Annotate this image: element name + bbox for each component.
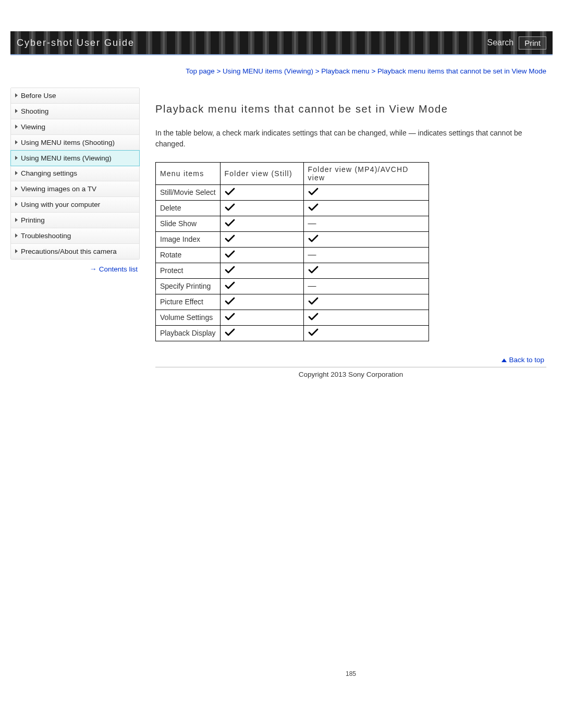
folder-view-still-cell [220,184,303,200]
sidebar-item-label: Shooting [21,107,48,115]
check-icon [308,328,319,337]
folder-view-still-cell [220,294,303,310]
folder-view-mp4-cell [303,294,429,310]
sidebar-item-label: Using MENU items (Viewing) [21,154,112,162]
menu-item-label: Specify Printing [156,278,221,294]
menu-item-label: Rotate [156,247,221,263]
menu-item-label: Picture Effect [156,294,221,310]
check-icon [225,266,235,274]
check-icon [225,328,235,337]
contents-list-link[interactable]: Contents list [99,265,138,273]
breadcrumb-item[interactable]: Playback menu [321,67,369,75]
table-row: Picture Effect [156,294,429,310]
sidebar-column: Before UseShootingViewingUsing MENU item… [10,82,140,677]
check-icon [308,313,319,321]
intro-text: In the table below, a check mark indicat… [155,128,546,150]
folder-view-still-cell [220,278,303,294]
back-to-top-link[interactable]: Back to top [155,341,546,366]
folder-view-mp4-cell [303,231,429,247]
dash-icon: — [308,219,316,228]
sidebar-item[interactable]: Changing settings [11,166,139,181]
menu-item-label: Still/Movie Select [156,184,221,200]
folder-view-mp4-cell [303,310,429,325]
check-icon [225,281,235,290]
sidebar-item[interactable]: Using MENU items (Viewing) [10,150,140,166]
check-icon [308,203,319,212]
folder-view-mp4-cell: — [303,278,429,294]
triangle-icon [15,249,18,253]
sidebar-item[interactable]: Precautions/About this camera [11,244,139,259]
check-icon [225,313,235,321]
page-number: 185 [155,670,546,677]
sidebar-item[interactable]: Before Use [11,88,139,104]
check-icon [308,297,319,305]
search-link[interactable]: Search [487,38,513,47]
breadcrumb-item[interactable]: Using MENU items (Viewing) [223,67,313,75]
check-icon [225,188,235,196]
sidebar-item[interactable]: Shooting [11,104,139,119]
folder-view-still-cell [220,216,303,231]
arrow-right-icon: → [90,265,97,273]
sidebar-item[interactable]: Viewing [11,119,139,135]
table-header: Folder view (MP4)/AVCHD view [303,162,429,184]
check-icon [225,297,235,305]
page-title: Playback menu items that cannot be set i… [155,103,546,115]
table-row: Delete [156,200,429,216]
check-icon [308,266,319,274]
menu-item-label: Delete [156,200,221,216]
sidebar-item[interactable]: Printing [11,213,139,228]
folder-view-mp4-cell [303,184,429,200]
sidebar: Before UseShootingViewingUsing MENU item… [10,88,140,260]
table-row: Protect [156,263,429,278]
sidebar-item-label: Before Use [21,92,56,100]
breadcrumb-item[interactable]: Playback menu items that cannot be set i… [377,67,546,75]
sidebar-item-label: Changing settings [21,169,77,177]
triangle-icon [15,171,18,175]
feature-table: Menu items Folder view (Still) Folder vi… [155,162,429,341]
sidebar-item[interactable]: Troubleshooting [11,228,139,244]
check-icon [225,219,235,227]
sidebar-item-label: Precautions/About this camera [21,248,117,255]
folder-view-mp4-cell [303,325,429,341]
sidebar-item-label: Troubleshooting [21,232,71,240]
sidebar-item-label: Viewing images on a TV [21,185,96,193]
folder-view-mp4-cell [303,263,429,278]
dash-icon: — [308,281,316,290]
table-row: Still/Movie Select [156,184,429,200]
folder-view-still-cell [220,310,303,325]
folder-view-mp4-cell: — [303,216,429,231]
triangle-icon [15,218,18,222]
triangle-icon [15,140,18,144]
up-triangle-icon [501,359,507,362]
folder-view-mp4-cell [303,200,429,216]
table-header-row: Menu items Folder view (Still) Folder vi… [156,162,429,184]
sidebar-item[interactable]: Using MENU items (Shooting) [11,135,139,151]
sidebar-item[interactable]: Using with your computer [11,197,139,213]
print-button[interactable]: Print [519,36,546,50]
table-header: Menu items [156,162,221,184]
folder-view-still-cell [220,263,303,278]
triangle-icon [15,233,18,238]
table-row: Slide Show— [156,216,429,231]
main-content: Playback menu items that cannot be set i… [140,82,553,677]
sidebar-item-label: Using MENU items (Shooting) [21,139,115,146]
triangle-icon [15,202,18,206]
triangle-icon [15,125,18,129]
breadcrumb-item[interactable]: Top page [186,67,215,75]
copyright: Copyright 2013 Sony Corporation [155,367,546,378]
menu-item-label: Slide Show [156,216,221,231]
triangle-icon [15,187,18,191]
table-row: Rotate— [156,247,429,263]
table-row: Image Index [156,231,429,247]
sidebar-item[interactable]: Viewing images on a TV [11,181,139,197]
sidebar-item-label: Viewing [21,123,45,131]
table-header: Folder view (Still) [220,162,303,184]
menu-item-label: Protect [156,263,221,278]
triangle-icon [15,93,18,97]
triangle-icon [15,156,18,160]
table-row: Volume Settings [156,310,429,325]
sidebar-item-label: Printing [21,216,45,224]
table-row: Playback Display [156,325,429,341]
folder-view-still-cell [220,231,303,247]
check-icon [225,203,235,212]
